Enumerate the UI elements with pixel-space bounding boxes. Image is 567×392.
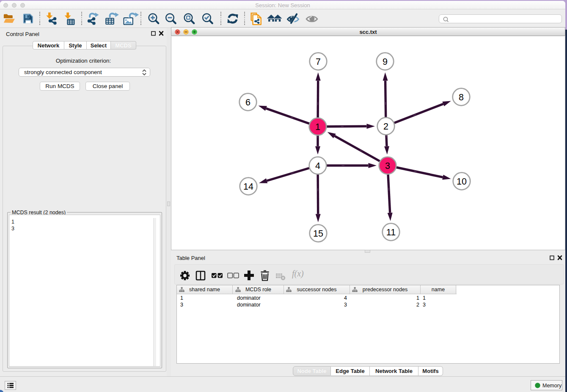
svg-text:8: 8 [459,92,464,102]
svg-text:15: 15 [313,229,323,239]
svg-text:11: 11 [386,227,396,237]
svg-text:1: 1 [315,122,320,132]
svg-text:10: 10 [457,177,467,187]
svg-text:7: 7 [316,57,321,67]
svg-text:6: 6 [245,97,250,108]
svg-text:3: 3 [385,161,390,171]
svg-text:9: 9 [383,57,388,67]
svg-text:14: 14 [243,182,253,192]
svg-text:4: 4 [315,161,320,171]
svg-text:2: 2 [383,121,388,132]
